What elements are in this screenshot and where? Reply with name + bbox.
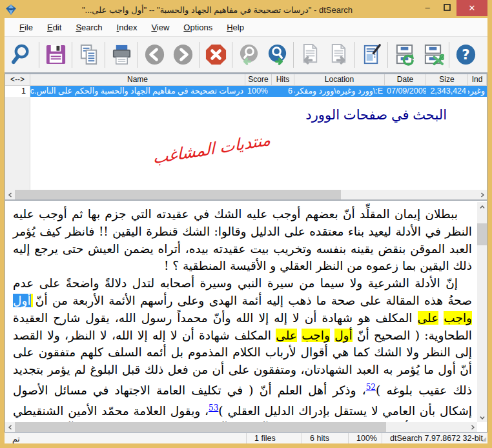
document-pane: ببطلان إيمان المقلِّد أنّ بعضهم أوجب علي… <box>5 202 487 432</box>
search-button[interactable] <box>8 41 37 69</box>
previous-hit-button[interactable] <box>234 41 263 69</box>
status-message: تم <box>5 434 28 443</box>
dtsearch-window: dtSearch - "درسات تصحيحة في مفاهيم الجها… <box>0 0 492 448</box>
menu-view[interactable]: View <box>145 20 175 35</box>
column-header-hits[interactable]: Hits <box>272 74 294 86</box>
menu-index[interactable]: Index <box>111 20 143 35</box>
next-document-button[interactable] <box>324 41 353 69</box>
toolbar-separator <box>354 42 355 68</box>
scrollbar-thumb[interactable] <box>15 190 341 199</box>
resize-grip[interactable]: ◢ <box>478 433 487 443</box>
document-text: ببطلان إيمان المقلِّد أنّ بعضهم أوجب علي… <box>5 202 477 422</box>
result-hits: 6 <box>272 86 294 97</box>
previous-document-button[interactable] <box>296 41 324 69</box>
help-button[interactable]: ? <box>451 41 480 69</box>
toolbar-separator <box>138 42 138 68</box>
content-area: <--> Name Score Hits Location Date Size … <box>5 74 487 433</box>
result-name: درسات تصحيحة في مفاهيم الجهاد والحسبة وا… <box>30 86 245 97</box>
back-button[interactable] <box>140 41 169 69</box>
status-version: dtSearch 7.97.8672 32-bit <box>382 433 478 443</box>
results-header: <--> Name Score Hits Location Date Size … <box>5 74 487 86</box>
row-gutter <box>5 97 30 190</box>
svg-text:?: ? <box>462 46 469 63</box>
window-title: dtSearch - "درسات تصحيحة في مفاهيم الجها… <box>17 3 418 15</box>
toolbar-separator <box>387 42 388 68</box>
titlebar: dtSearch - "درسات تصحيحة في مفاهيم الجها… <box>0 0 492 18</box>
footnote-reference[interactable]: 52 <box>366 383 376 392</box>
print-button[interactable] <box>107 41 136 69</box>
scrollbar-thumb[interactable] <box>15 422 386 432</box>
save-button[interactable] <box>41 41 70 69</box>
index-tools-button[interactable] <box>418 41 447 69</box>
toolbar-separator <box>232 42 232 68</box>
column-header-indexed[interactable]: Ind <box>468 74 487 86</box>
preview-document-title: البحث في صفحات الوورد <box>305 107 447 123</box>
result-size: 2,343,424 <box>426 86 468 97</box>
forward-button[interactable] <box>169 41 197 69</box>
status-hits: 6 hits <box>302 433 348 443</box>
menu-file[interactable]: File <box>14 20 39 35</box>
toolbar-separator <box>72 42 72 68</box>
search-hit[interactable]: واجب <box>444 311 472 325</box>
update-index-button[interactable] <box>390 41 418 69</box>
stop-button[interactable] <box>201 41 230 69</box>
next-hit-button[interactable] <box>263 41 291 69</box>
search-hit[interactable]: على <box>418 311 439 325</box>
scroll-up-icon[interactable] <box>477 202 487 212</box>
toolbar-separator <box>449 42 449 68</box>
result-row[interactable]: 1 درسات تصحيحة في مفاهيم الجهاد والحسبة … <box>5 86 487 97</box>
result-indexed: وغيره <box>468 86 487 97</box>
statusbar: تم 1 files 6 hits 100% dtSearch 7.97.867… <box>5 433 487 443</box>
toolbar: ? <box>5 37 487 74</box>
maximize-button[interactable] <box>437 0 456 14</box>
scroll-left-icon[interactable] <box>5 422 15 432</box>
toolbar-separator <box>105 42 105 68</box>
menu-edit[interactable]: Edit <box>41 20 67 35</box>
result-location: E:\وورد وغيره\وورد ومفكرة <box>294 86 385 97</box>
edit-document-button[interactable] <box>357 41 385 69</box>
document-text-run: ببطلان إيمان المقلِّد أنّ بعضهم أوجب علي… <box>13 207 472 272</box>
selected-search-hit[interactable]: أول <box>13 294 31 307</box>
column-header-name[interactable]: Name <box>30 74 245 86</box>
document-vertical-scrollbar[interactable] <box>477 202 487 422</box>
result-score: 100% <box>245 86 272 97</box>
close-button[interactable]: ✕ <box>456 0 487 16</box>
scroll-right-icon[interactable] <box>477 190 487 199</box>
result-date: 07/09/2009 <box>385 86 426 97</box>
toolbar-separator <box>293 42 294 68</box>
results-horizontal-scrollbar[interactable] <box>5 190 487 199</box>
minimize-button[interactable]: – <box>418 0 437 14</box>
search-hit[interactable]: على <box>276 329 297 342</box>
result-row-number: 1 <box>5 86 30 97</box>
search-hit[interactable]: أول <box>334 329 353 342</box>
column-header-location[interactable]: Location <box>294 74 385 86</box>
column-header-score[interactable]: Score <box>245 74 272 86</box>
menu-search[interactable]: Search <box>70 20 108 35</box>
footnote-reference[interactable]: 53 <box>209 403 218 412</box>
status-zoom: 100% <box>348 433 382 443</box>
copy-button[interactable] <box>74 41 103 69</box>
document-horizontal-scrollbar[interactable] <box>5 422 477 432</box>
toolbar-separator <box>199 42 200 68</box>
column-header-size[interactable]: Size <box>426 74 468 86</box>
menubar: File Edit Search Index View Options Help <box>5 18 487 37</box>
status-files: 1 files <box>246 433 302 443</box>
column-header-date[interactable]: Date <box>385 74 426 86</box>
document-text-run: إنّ الأدلة الشرعية ولا سيما من سيرة النب… <box>13 276 472 307</box>
toolbar-separator <box>39 42 39 68</box>
scroll-down-icon[interactable] <box>477 412 487 422</box>
preview-watermark: منتديات المشاغب <box>153 130 271 167</box>
menu-options[interactable]: Options <box>178 20 218 35</box>
results-pane: <--> Name Score Hits Location Date Size … <box>5 74 487 201</box>
dtsearch-logo-icon <box>5 4 17 15</box>
scroll-right-icon[interactable] <box>467 422 477 432</box>
menu-help[interactable]: Help <box>221 20 250 35</box>
search-hit[interactable]: واجب <box>302 329 330 342</box>
scroll-left-icon[interactable] <box>5 190 15 199</box>
column-header-marker[interactable]: <--> <box>5 74 30 86</box>
scrollbar-thumb[interactable] <box>477 223 487 245</box>
document-preview: البحث في صفحات الوورد منتديات المشاغب <box>5 97 487 190</box>
